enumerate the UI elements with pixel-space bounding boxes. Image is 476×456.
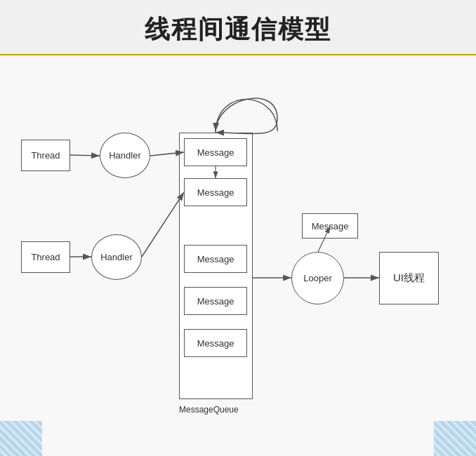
svg-line-1 — [70, 155, 100, 156]
message1-box: Message — [184, 138, 247, 166]
svg-line-4 — [142, 192, 184, 257]
message6-box: Message — [302, 213, 358, 239]
message2-box: Message — [184, 178, 247, 206]
ui-thread-box: UI线程 — [379, 252, 439, 304]
page-title: 线程间通信模型 — [145, 15, 331, 43]
page-container: 线程间通信模型 Thread Thread Handler Handler Me… — [0, 0, 476, 456]
message-queue-label: MessageQueue — [179, 405, 239, 415]
handler1-circle: Handler — [100, 133, 150, 178]
title-area: 线程间通信模型 — [0, 0, 476, 55]
message3-box: Message — [184, 245, 247, 273]
looper-circle: Looper — [291, 252, 344, 304]
thread1-box: Thread — [21, 140, 70, 171]
corner-tile-left — [0, 421, 42, 456]
diagram-area: Thread Thread Handler Handler Message Me… — [0, 55, 476, 456]
corner-tile-right — [434, 421, 476, 456]
handler2-circle: Handler — [91, 234, 142, 280]
thread2-box: Thread — [21, 241, 70, 273]
message5-box: Message — [184, 329, 247, 357]
message4-box: Message — [184, 287, 247, 315]
